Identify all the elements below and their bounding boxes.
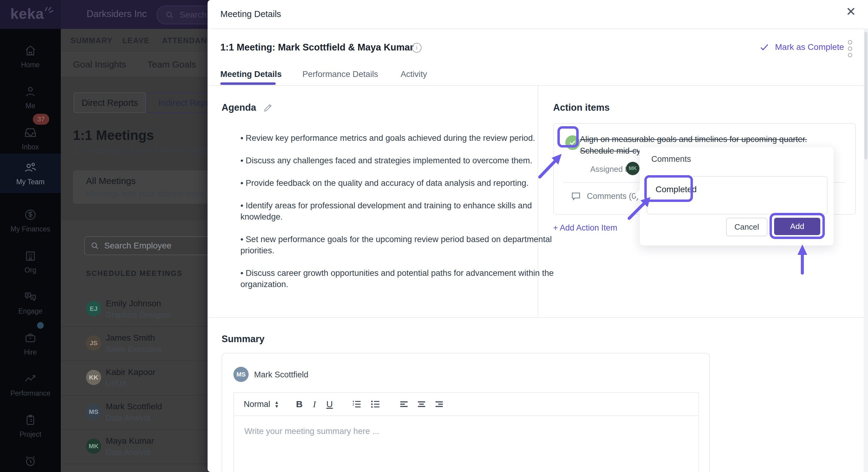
employee-row[interactable]: JS James Smith Sales Executive bbox=[61, 326, 208, 361]
info-icon[interactable]: i bbox=[412, 43, 422, 53]
subtab-team-goals[interactable]: Team Goals bbox=[147, 59, 196, 70]
author-name: Mark Scottfield bbox=[254, 370, 308, 380]
company-name: Darksiders Inc bbox=[87, 8, 147, 20]
underline-button[interactable]: U bbox=[327, 399, 333, 409]
page-title: 1:1 Meetings bbox=[73, 128, 154, 143]
employee-row[interactable]: EJ Emily Johnson Graphics Designer bbox=[61, 292, 208, 327]
sidebar-item-label: Org bbox=[25, 266, 36, 274]
edit-pencil-icon[interactable] bbox=[263, 102, 273, 113]
tab-leave[interactable]: LEAVE bbox=[122, 36, 150, 45]
all-meetings-title: All Meetings bbox=[86, 176, 135, 186]
bold-button[interactable]: B bbox=[296, 399, 303, 409]
employee-role: Graphics Designer bbox=[106, 310, 171, 320]
comments-button[interactable]: Comments (0) bbox=[570, 191, 639, 202]
subtab-goal-insights[interactable]: Goal Insights bbox=[73, 59, 126, 70]
time-attend-icon bbox=[24, 454, 37, 468]
spark-icon bbox=[42, 3, 55, 14]
align-left-button[interactable] bbox=[398, 399, 409, 410]
tab-performance-details[interactable]: Performance Details bbox=[302, 69, 378, 79]
assignee-avatar[interactable]: MK bbox=[626, 162, 640, 175]
employee-row[interactable]: PM Page Mellick bbox=[61, 464, 208, 472]
hire-dot bbox=[37, 322, 44, 329]
active-tab-underline bbox=[220, 82, 276, 85]
action-item-checkbox[interactable] bbox=[565, 135, 580, 150]
sidebar-item-label: Me bbox=[26, 102, 35, 110]
cancel-button[interactable]: Cancel bbox=[726, 218, 767, 236]
sidebar-item-my-finances[interactable]: My Finances bbox=[0, 200, 61, 241]
engage-icon bbox=[24, 290, 37, 303]
add-action-item-link[interactable]: + Add Action Item bbox=[553, 223, 617, 233]
align-right-button[interactable] bbox=[434, 399, 445, 410]
employee-search-input[interactable]: Search Employee bbox=[84, 236, 212, 255]
sidebar-item-engage[interactable]: Engage bbox=[0, 282, 61, 323]
employee-role: Sales Executive bbox=[106, 345, 162, 354]
tab-activity[interactable]: Activity bbox=[401, 69, 427, 79]
inbox-badge: 37 bbox=[33, 114, 49, 125]
all-meetings-card[interactable]: All Meetings Meetings with your indirect… bbox=[73, 170, 208, 204]
logo-area: keka bbox=[0, 0, 61, 29]
add-button[interactable]: Add bbox=[774, 218, 820, 235]
comment-input[interactable]: Completed bbox=[646, 176, 828, 214]
employee-role: Data Analyst bbox=[106, 413, 150, 423]
comments-popup: Comments Completed Cancel Add bbox=[640, 146, 834, 246]
sidebar-item-label: My Finances bbox=[11, 225, 50, 233]
mark-complete-button[interactable]: Mark as Complete bbox=[759, 42, 844, 52]
italic-button[interactable]: I bbox=[313, 399, 316, 409]
sidebar-item-label: Engage bbox=[18, 307, 42, 315]
sidebar-item-label: Performance bbox=[10, 389, 51, 397]
scrollbar-thumb[interactable] bbox=[864, 32, 867, 159]
tab-meeting-details[interactable]: Meeting Details bbox=[220, 69, 282, 79]
sidebar-item-me[interactable]: Me bbox=[0, 77, 61, 118]
sidebar-item-org[interactable]: Org bbox=[0, 241, 61, 282]
sidebar-item-label: My Team bbox=[17, 178, 45, 186]
format-dropdown[interactable]: Normal ▲▼ bbox=[244, 400, 279, 409]
hire-icon bbox=[24, 331, 37, 345]
inbox-icon bbox=[24, 126, 37, 139]
employee-row[interactable]: MK Maya Kumar Data Analyst bbox=[61, 430, 208, 464]
employee-row[interactable]: MS Mark Scottfield Data Analyst bbox=[61, 395, 208, 430]
comment-icon bbox=[570, 191, 581, 202]
summary-card: MS Mark Scottfield Normal ▲▼ B I U bbox=[222, 353, 710, 472]
direct-reports-button[interactable]: Direct Reports bbox=[73, 92, 146, 113]
sidebar-item-my-team[interactable]: My Team bbox=[0, 154, 61, 193]
employee-name: Kabir Kapoor bbox=[106, 367, 155, 377]
close-icon[interactable]: ✕ bbox=[846, 5, 856, 18]
employee-name: Page Mellick bbox=[106, 470, 154, 472]
sidebar-item-inbox[interactable]: Inbox 37 bbox=[0, 118, 61, 159]
agenda-item: Discuss career growth opportunities and … bbox=[240, 267, 556, 290]
sidebar-item-project[interactable]: Project bbox=[0, 405, 61, 446]
sidebar-item-label: Hire bbox=[24, 348, 37, 356]
mark-complete-label: Mark as Complete bbox=[775, 42, 844, 52]
align-center-button[interactable] bbox=[416, 399, 427, 410]
tab-summary[interactable]: SUMMARY bbox=[70, 36, 113, 45]
team-icon bbox=[24, 161, 37, 174]
comments-popup-title: Comments bbox=[651, 154, 691, 164]
sidebar-item-performance[interactable]: Performance bbox=[0, 364, 61, 405]
all-meetings-subtitle: Meetings with your indirect reports bbox=[86, 189, 211, 199]
summary-title: Summary bbox=[222, 334, 265, 345]
kebab-menu-icon[interactable] bbox=[848, 40, 852, 57]
action-items-title: Action items bbox=[553, 102, 610, 113]
chevron-updown-icon: ▲▼ bbox=[274, 400, 279, 408]
employee-row[interactable]: KK Kabir Kapoor UI/UX bbox=[61, 361, 208, 395]
scrollbar[interactable] bbox=[864, 29, 868, 472]
performance-icon bbox=[24, 372, 37, 386]
sidebar-item-label: Project bbox=[20, 430, 41, 439]
ordered-list-button[interactable] bbox=[351, 399, 362, 410]
sidebar-item-time-attend[interactable]: Time Attend bbox=[0, 446, 61, 472]
sidebar-item-hire[interactable]: Hire bbox=[0, 323, 61, 364]
unordered-list-button[interactable] bbox=[370, 399, 381, 410]
agenda-list: Review key performance metrics and goals… bbox=[240, 132, 556, 301]
employee-name: Maya Kumar bbox=[106, 436, 154, 446]
editor-placeholder: Write your meeting summary here ... bbox=[244, 426, 379, 436]
app-screen: SUMMARY LEAVE ATTENDANCE Goal Insights T… bbox=[0, 0, 868, 472]
avatar: MK bbox=[86, 439, 101, 454]
meeting-details-modal: Meeting Details ✕ 1:1 Meeting: Mark Scot… bbox=[208, 0, 868, 472]
check-icon bbox=[759, 42, 770, 52]
agenda-item: Discuss any challenges faced and strateg… bbox=[240, 155, 556, 166]
scheduled-meetings-header: SCHEDULED MEETINGS bbox=[86, 269, 182, 278]
meeting-title: 1:1 Meeting: Mark Scottfield & Maya Kuma… bbox=[220, 42, 414, 53]
search-icon bbox=[90, 241, 99, 250]
summary-editor[interactable]: Normal ▲▼ B I U Write your meeting summa… bbox=[234, 392, 699, 472]
sidebar-item-home[interactable]: Home bbox=[0, 36, 61, 77]
